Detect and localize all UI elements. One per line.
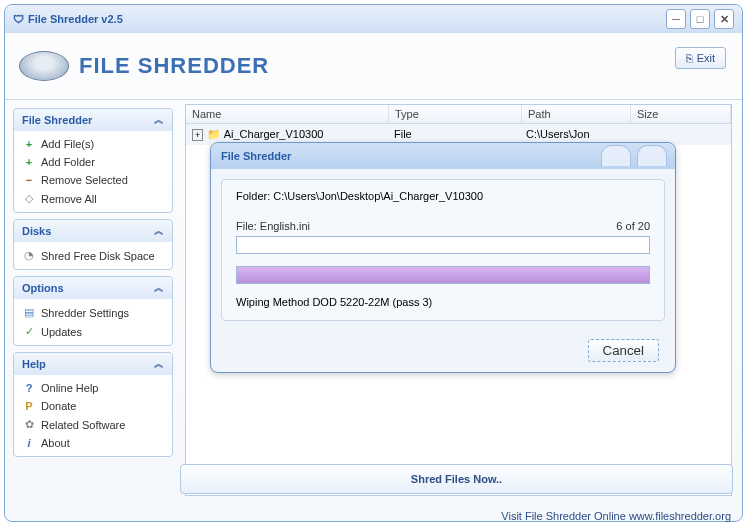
dialog-titlebar: File Shredder [211,143,675,169]
panel-disks: Disks ︽ ◔Shred Free Disk Space [13,219,173,270]
item-label: Remove All [41,193,97,205]
plus-icon: + [22,156,36,168]
panel-title: File Shredder [22,114,92,126]
dialog-body: Folder: C:\Users\Jon\Desktop\Ai_Charger_… [221,179,665,321]
cell-name: +📁 Ai_Charger_V10300 [186,126,388,143]
panel-help: Help ︽ ?Online Help PDonate ✿Related Sof… [13,352,173,457]
item-label: Online Help [41,382,98,394]
dialog-title: File Shredder [221,150,291,162]
item-label: Add File(s) [41,138,94,150]
panel-title: Disks [22,225,51,237]
row-name: Ai_Charger_V10300 [224,128,324,140]
dialog-tab[interactable] [601,145,631,166]
item-label: Add Folder [41,156,95,168]
panel-header[interactable]: Disks ︽ [14,220,172,242]
sidebar-item-shredder-settings[interactable]: ▤Shredder Settings [20,303,166,322]
file-count: 6 of 20 [616,220,650,232]
folder-icon: 📁 [207,128,221,140]
check-icon: ✓ [22,325,36,338]
exit-label: Exit [697,52,715,64]
exit-button[interactable]: ⎘ Exit [675,47,726,69]
chevron-up-icon: ︽ [154,281,164,295]
panel-title: Help [22,358,46,370]
logo-text: FILE SHREDDER [79,53,269,79]
item-label: Shred Free Disk Space [41,250,155,262]
cell-size [628,126,731,143]
window-title: File Shredder v2.5 [28,13,123,25]
panel-header[interactable]: Help ︽ [14,353,172,375]
maximize-button[interactable]: □ [690,9,710,29]
chevron-up-icon: ︽ [154,224,164,238]
close-button[interactable]: ✕ [714,9,734,29]
sidebar-item-online-help[interactable]: ?Online Help [20,379,166,397]
link-icon: ✿ [22,418,36,431]
col-path[interactable]: Path [522,105,631,123]
minus-icon: − [22,174,36,186]
sidebar-item-updates[interactable]: ✓Updates [20,322,166,341]
status-link[interactable]: Visit File Shredder Online www.fileshred… [501,510,731,522]
sidebar-item-donate[interactable]: PDonate [20,397,166,415]
logo-icon [19,51,69,81]
app-icon: 🛡 [13,13,24,25]
exit-icon: ⎘ [686,52,693,64]
plus-icon: + [22,138,36,150]
sidebar-item-related-software[interactable]: ✿Related Software [20,415,166,434]
col-size[interactable]: Size [631,105,731,123]
minimize-button[interactable]: ─ [666,9,686,29]
col-name[interactable]: Name [186,105,389,123]
page-icon: ▤ [22,306,36,319]
list-header: Name Type Path Size [186,105,731,124]
panel-header[interactable]: Options ︽ [14,277,172,299]
sidebar-item-add-folder[interactable]: +Add Folder [20,153,166,171]
titlebar: 🛡 File Shredder v2.5 ─ □ ✕ [5,5,742,33]
overall-progress-bar [236,266,650,284]
shred-files-button[interactable]: Shred Files Now.. [180,464,733,494]
method-label: Wiping Method DOD 5220-22M (pass 3) [236,296,650,308]
item-label: Shredder Settings [41,307,129,319]
dialog-tab[interactable] [637,145,667,166]
col-type[interactable]: Type [389,105,522,123]
sidebar: File Shredder ︽ +Add File(s) +Add Folder… [5,100,181,498]
item-label: Related Software [41,419,125,431]
expand-icon[interactable]: + [192,129,203,141]
file-progress-bar [236,236,650,254]
shred-label: Shred Files Now.. [411,473,502,485]
eraser-icon: ◇ [22,192,36,205]
sidebar-item-remove-selected[interactable]: −Remove Selected [20,171,166,189]
item-label: Updates [41,326,82,338]
sidebar-item-shred-free-space[interactable]: ◔Shred Free Disk Space [20,246,166,265]
sidebar-item-add-files[interactable]: +Add File(s) [20,135,166,153]
info-icon: i [22,437,36,449]
panel-header[interactable]: File Shredder ︽ [14,109,172,131]
item-label: Remove Selected [41,174,128,186]
sidebar-item-remove-all[interactable]: ◇Remove All [20,189,166,208]
item-label: About [41,437,70,449]
item-label: Donate [41,400,76,412]
panel-title: Options [22,282,64,294]
folder-label: Folder: C:\Users\Jon\Desktop\Ai_Charger_… [236,190,650,202]
donate-icon: P [22,400,36,412]
cancel-label: Cancel [603,343,645,358]
cancel-button[interactable]: Cancel [588,339,660,362]
chevron-up-icon: ︽ [154,357,164,371]
cell-type: File [388,126,520,143]
header: FILE SHREDDER ⎘ Exit [5,33,742,100]
file-label: File: English.ini [236,220,310,232]
panel-options: Options ︽ ▤Shredder Settings ✓Updates [13,276,173,346]
panel-file-shredder: File Shredder ︽ +Add File(s) +Add Folder… [13,108,173,213]
cell-path: C:\Users\Jon [520,126,628,143]
sidebar-item-about[interactable]: iAbout [20,434,166,452]
progress-dialog: File Shredder Folder: C:\Users\Jon\Deskt… [210,142,676,373]
chevron-up-icon: ︽ [154,113,164,127]
disk-icon: ◔ [22,249,36,262]
help-icon: ? [22,382,36,394]
